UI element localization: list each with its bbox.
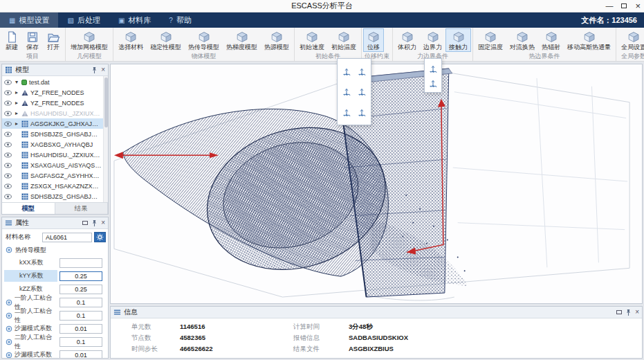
close-panel-icon[interactable]: × bbox=[101, 219, 105, 226]
stability-model-button[interactable]: 稳定性模型 bbox=[147, 28, 185, 52]
tree-item[interactable]: ▸ YZ_FREE_NODES bbox=[2, 87, 108, 98]
hourglass-1-input[interactable] bbox=[59, 324, 102, 334]
initial-temperature-button[interactable]: 初始温度 bbox=[328, 28, 360, 52]
mesh-part-icon bbox=[21, 162, 28, 169]
thermal-gradient-model-button[interactable]: 热梯度模型 bbox=[223, 28, 261, 52]
visibility-eye-icon[interactable] bbox=[4, 152, 12, 158]
section-expand-icon[interactable] bbox=[6, 325, 12, 332]
xyz-constraint-icon bbox=[357, 107, 367, 117]
close-panel-icon[interactable]: × bbox=[101, 66, 105, 73]
constraint-option-x[interactable] bbox=[356, 65, 368, 78]
visibility-eye-icon[interactable] bbox=[4, 183, 12, 189]
section-expand-icon[interactable] bbox=[6, 246, 12, 253]
heat-source-model-button[interactable]: 热源模型 bbox=[261, 28, 293, 52]
constraint-option-xy[interactable] bbox=[340, 106, 353, 118]
visibility-eye-icon[interactable] bbox=[4, 173, 12, 179]
displacement-button[interactable]: 位移 bbox=[363, 28, 384, 52]
tree-item-selected[interactable]: ▸ AGSGKJKG_GJHXAJKHXA bbox=[2, 118, 108, 129]
tree-scrollbar[interactable] bbox=[103, 76, 108, 202]
section-expand-icon[interactable] bbox=[6, 339, 12, 345]
visibility-eye-icon[interactable] bbox=[4, 90, 12, 96]
caret-right-icon[interactable]: ▸ bbox=[14, 121, 19, 127]
tree-item[interactable]: ZSXGX_HSAKAZNZXK_AHASX bbox=[2, 181, 108, 191]
caret-right-icon[interactable]: ▸ bbox=[14, 111, 19, 116]
constraint-option-z[interactable] bbox=[356, 85, 368, 98]
contact-option-self[interactable] bbox=[427, 77, 439, 89]
contact-force-button[interactable]: 接触力 bbox=[445, 28, 471, 52]
heat-conduction-section[interactable]: 热传导模型 bbox=[4, 244, 106, 255]
kxx-input[interactable] bbox=[59, 258, 102, 268]
initial-velocity-button[interactable]: 初始速度 bbox=[296, 28, 328, 52]
visibility-eye-icon[interactable] bbox=[4, 142, 12, 147]
tab-model[interactable]: 模型 bbox=[2, 203, 55, 214]
visibility-eye-icon[interactable] bbox=[4, 132, 12, 137]
tree-item[interactable]: XSAXGAUS_AISYAQSH_ASHX bbox=[2, 160, 108, 170]
visibility-eye-icon[interactable] bbox=[4, 100, 12, 106]
visibility-eye-icon[interactable] bbox=[4, 163, 12, 168]
visibility-eye-icon[interactable] bbox=[4, 80, 12, 85]
tree-item[interactable]: HSAUHDISU._JZXIUXHAHX bbox=[2, 150, 108, 160]
close-panel-icon[interactable]: × bbox=[635, 309, 639, 316]
tab-help[interactable]: ? 帮助 bbox=[160, 12, 201, 28]
convective-heat-button[interactable]: 对流换热 bbox=[506, 28, 538, 52]
moving-gauss-flux-button[interactable]: 移动高斯热通量 bbox=[564, 28, 614, 52]
thermal-radiation-button[interactable]: 热辐射 bbox=[538, 28, 564, 52]
minimize-icon[interactable]: — bbox=[605, 2, 613, 10]
heat-conduction-model-button[interactable]: 热传导模型 bbox=[185, 28, 223, 52]
new-button[interactable]: 新建 bbox=[1, 28, 22, 52]
save-button[interactable]: 保存 bbox=[22, 28, 43, 52]
material-name-input[interactable] bbox=[42, 233, 92, 242]
visibility-eye-icon[interactable] bbox=[4, 121, 12, 127]
tab-results[interactable]: 结果 bbox=[55, 203, 109, 214]
viscosity-2-input[interactable] bbox=[59, 311, 102, 321]
float-panel-icon[interactable] bbox=[616, 310, 622, 314]
viscosity-3-input[interactable] bbox=[59, 337, 102, 347]
caret-down-icon[interactable]: ▾ bbox=[14, 80, 19, 85]
global-settings-button[interactable]: 全局设置 bbox=[618, 28, 644, 52]
maximize-icon[interactable] bbox=[621, 2, 627, 10]
tree-item-disabled[interactable]: ▸ HSAUHDISU._JZXIUXHAHX bbox=[2, 108, 108, 118]
kzz-input[interactable] bbox=[59, 285, 102, 294]
add-mesh-model-button[interactable]: 增加网格模型 bbox=[67, 28, 111, 52]
tree-item[interactable]: SAGFASGZ_ASYHHXSN bbox=[2, 170, 108, 181]
constraint-option-fixed[interactable] bbox=[340, 65, 353, 78]
pin-icon[interactable] bbox=[91, 66, 98, 74]
constraint-option-xyz[interactable] bbox=[356, 106, 368, 118]
visibility-eye-icon[interactable] bbox=[4, 111, 12, 116]
viscosity-1-input[interactable] bbox=[59, 298, 102, 307]
close-icon[interactable]: × bbox=[635, 1, 641, 10]
pin-icon[interactable] bbox=[91, 219, 98, 227]
stability-model-icon bbox=[159, 31, 173, 43]
tree-item[interactable]: SDHSBJZS_GHSABJHB_ZAHJ bbox=[2, 129, 108, 139]
tree-item[interactable]: SDHSBJZS_GHSABJHB_ZAHJ bbox=[2, 191, 108, 201]
tree-item-root[interactable]: ▾ test.dat bbox=[2, 77, 108, 87]
section-expand-icon[interactable] bbox=[6, 312, 12, 319]
select-material-button[interactable]: 选择材料 bbox=[115, 28, 147, 52]
mesh-part-icon bbox=[21, 152, 28, 159]
tree-item[interactable]: ▸ YZ_FREE_NODES bbox=[2, 98, 108, 108]
pin-icon[interactable] bbox=[625, 309, 632, 316]
kyy-input[interactable] bbox=[59, 271, 102, 281]
body-force-button[interactable]: 体积力 bbox=[394, 28, 420, 52]
material-settings-button[interactable] bbox=[94, 232, 106, 242]
tab-model-settings[interactable]: ▦ 模型设置 bbox=[0, 12, 58, 28]
viewport-canvas[interactable] bbox=[111, 64, 642, 303]
tree-item[interactable]: XAGBSXG_AYHAQBJ bbox=[2, 139, 108, 150]
tree-scrollbar-thumb[interactable] bbox=[104, 78, 108, 127]
caret-right-icon[interactable]: ▸ bbox=[14, 90, 19, 96]
info-panel-title: 信息 bbox=[124, 307, 138, 317]
hourglass-2-input[interactable] bbox=[59, 350, 102, 359]
contact-option-pair[interactable] bbox=[427, 62, 439, 75]
constraint-option-y[interactable] bbox=[340, 85, 353, 98]
boundary-force-button[interactable]: 边界力 bbox=[420, 28, 445, 52]
fixed-temperature-button[interactable]: 固定温度 bbox=[475, 28, 506, 52]
open-button[interactable]: 打开 bbox=[43, 28, 64, 52]
caret-right-icon[interactable]: ▸ bbox=[14, 100, 19, 106]
tab-post-processing[interactable]: ▧ 后处理 bbox=[58, 12, 109, 28]
viewport-3d[interactable] bbox=[110, 64, 643, 304]
visibility-eye-icon[interactable] bbox=[4, 194, 12, 199]
tab-material-library[interactable]: ▣ 材料库 bbox=[109, 12, 160, 28]
section-expand-icon[interactable] bbox=[6, 352, 12, 359]
float-panel-icon[interactable] bbox=[82, 221, 88, 225]
section-expand-icon[interactable] bbox=[6, 299, 12, 306]
